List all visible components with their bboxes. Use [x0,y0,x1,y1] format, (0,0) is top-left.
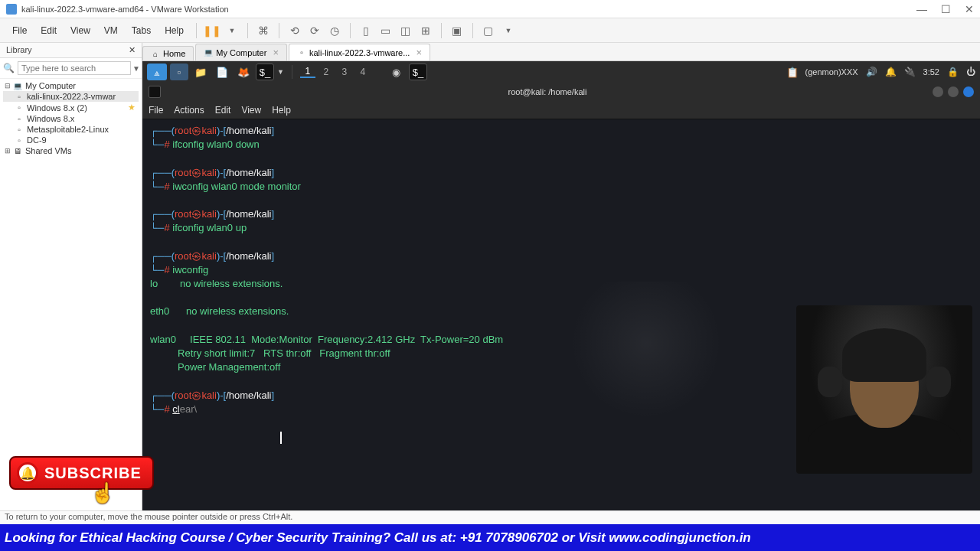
tree-kali-vm[interactable]: ▫ kali-linux-2022.3-vmwar [3,91,139,102]
menu-file[interactable]: File [6,22,33,39]
terminal-minimize-button[interactable] [933,86,943,97]
workspace-2[interactable]: 2 [318,67,334,77]
terminal-icon[interactable]: $_ [256,64,274,80]
term-menu-edit[interactable]: Edit [215,105,231,116]
computer-icon: 💻 [204,48,213,57]
fullscreen-icon[interactable]: ▣ [449,23,465,38]
expand-icon[interactable]: ⊞ [3,147,12,155]
layout-icon-1[interactable]: ▯ [358,23,374,38]
app-icon[interactable]: ◉ [387,64,406,80]
bell-icon: 🔔 [17,462,38,484]
term-menu-actions[interactable]: Actions [174,105,204,116]
terminal-titlebar[interactable]: root@kali: /home/kali [142,83,980,101]
menu-help[interactable]: Help [158,22,190,39]
terminal-app-icon [149,86,161,98]
vm-icon: ▫ [14,92,24,101]
unity-icon[interactable]: ▢ [481,23,496,38]
menu-edit[interactable]: Edit [34,22,63,39]
banner-text: Looking for Ethical Hacking Course / Cyb… [5,530,751,546]
layout-icon-2[interactable]: ▭ [378,23,394,38]
tree-windows8x2[interactable]: ▫ Windows 8.x (2) ★ [3,102,139,113]
window-title: kali-linux-2022.3-vmware-amd64 - VMware … [21,5,229,14]
text-editor-icon[interactable]: 📄 [213,64,231,80]
window-titlebar: kali-linux-2022.3-vmware-amd64 - VMware … [0,0,980,18]
pause-icon[interactable]: ❚❚ [204,23,220,38]
workspace-4[interactable]: 4 [355,67,371,77]
menu-vm[interactable]: VM [98,22,124,39]
tree-windows8x[interactable]: ▫ Windows 8.x [3,113,139,124]
term-menu-file[interactable]: File [149,105,163,116]
clock-label[interactable]: 3:52 [923,67,939,77]
shared-icon: 🖥 [12,146,23,155]
library-tree: ⊟ 💻 My Computer ▫ kali-linux-2022.3-vmwa… [0,79,142,158]
library-close-icon[interactable]: ✕ [129,45,136,55]
power-dropdown[interactable]: ▼ [224,23,240,38]
notification-icon[interactable]: 🔔 [885,67,897,77]
subscribe-label: SUBSCRIBE [44,465,142,482]
menu-tabs[interactable]: Tabs [126,22,157,39]
tab-close-icon[interactable]: × [416,47,422,58]
layout-icon-3[interactable]: ◫ [398,23,413,38]
tab-my-computer[interactable]: 💻 My Computer × [195,44,287,60]
tree-shared-vms[interactable]: ⊞ 🖥 Shared VMs [3,145,139,156]
firefox-icon[interactable]: 🦊 [234,64,253,80]
subscribe-button[interactable]: 🔔 SUBSCRIBE [9,456,154,490]
terminal-title: root@kali: /home/kali [167,87,928,96]
library-search-input[interactable] [18,61,131,75]
search-icon: 🔍 [3,63,15,73]
term-menu-help[interactable]: Help [272,105,291,116]
kali-taskbar: ⟁ ▫ 📁 📄 🦊 $_ ▼ 1 2 3 4 ◉ $_ 📋 (genmon)XX… [142,61,980,83]
text-cursor-icon [280,432,282,444]
snapshot-take-icon[interactable]: ⟲ [287,23,302,38]
snapshot-manager-icon[interactable]: ◷ [327,23,342,38]
output-lo: lo no wireless extensions. [150,277,972,291]
webcam-overlay [796,305,972,474]
pointer-hand-icon: ☝ [90,481,115,505]
vm-display[interactable]: ⟁ ▫ 📁 📄 🦊 $_ ▼ 1 2 3 4 ◉ $_ 📋 (genmon)XX… [142,61,980,510]
terminal-running-icon[interactable]: $_ [409,64,427,80]
maximize-button[interactable]: ☐ [941,3,951,15]
close-button[interactable]: ✕ [965,3,974,15]
minimize-button[interactable]: — [916,3,927,15]
terminal-maximize-button[interactable] [948,86,959,97]
workspace-3[interactable]: 3 [337,67,352,77]
terminal-close-button[interactable] [963,86,974,97]
layout-icon-4[interactable]: ⊞ [418,23,433,38]
send-ctrl-alt-del-icon[interactable]: ⌘ [256,23,271,38]
menubar: File Edit View VM Tabs Help ❚❚ ▼ ⌘ ⟲ ⟳ ◷… [0,18,980,43]
library-header: Library ✕ [0,43,142,58]
snapshot-revert-icon[interactable]: ⟳ [307,23,322,38]
tree-my-computer[interactable]: ⊟ 💻 My Computer [3,80,139,91]
library-search: 🔍 ▼ [0,58,142,79]
volume-icon[interactable]: 🔊 [866,67,877,77]
vm-icon: ▫ [297,48,306,57]
vm-icon: ▫ [14,103,24,112]
term-menu-view[interactable]: View [241,105,261,116]
vm-icon: ▫ [14,125,24,134]
power-icon[interactable]: ⏻ [966,67,975,77]
workspace-1[interactable]: 1 [300,66,315,78]
vmware-icon [6,4,17,15]
network-icon[interactable]: 🔌 [904,67,916,77]
tab-home[interactable]: ⌂ Home [142,46,194,60]
vm-icon: ▫ [14,114,24,123]
kali-logo-icon[interactable]: ⟁ [147,64,167,80]
tree-metasploitable[interactable]: ▫ Metasploitable2-Linux [3,124,139,135]
menu-view[interactable]: View [64,22,96,39]
search-dropdown-icon[interactable]: ▼ [132,64,140,73]
collapse-icon[interactable]: ⊟ [3,82,12,90]
terminal-dropdown-icon[interactable]: ▼ [277,68,284,76]
library-panel: Library ✕ 🔍 ▼ ⊟ 💻 My Computer ▫ kali-lin… [0,43,142,510]
scrolling-banner: Looking for Ethical Hacking Course / Cyb… [0,524,980,551]
vm-tabs: ⌂ Home 💻 My Computer × ▫ kali-linux-2022… [142,43,980,61]
lock-icon[interactable]: 🔒 [947,67,959,77]
home-icon: ⌂ [151,49,160,58]
file-manager-icon[interactable]: 📁 [191,64,210,80]
tab-kali[interactable]: ▫ kali-linux-2022.3-vmware... × [289,44,430,60]
taskbar-app-1[interactable]: ▫ [170,64,188,80]
screenshot-icon[interactable]: 📋 [783,64,802,80]
unity-dropdown[interactable]: ▼ [501,23,516,38]
tree-dc9[interactable]: ▫ DC-9 [3,135,139,145]
tab-close-icon[interactable]: × [273,47,279,58]
favorite-star-icon[interactable]: ★ [128,103,136,112]
